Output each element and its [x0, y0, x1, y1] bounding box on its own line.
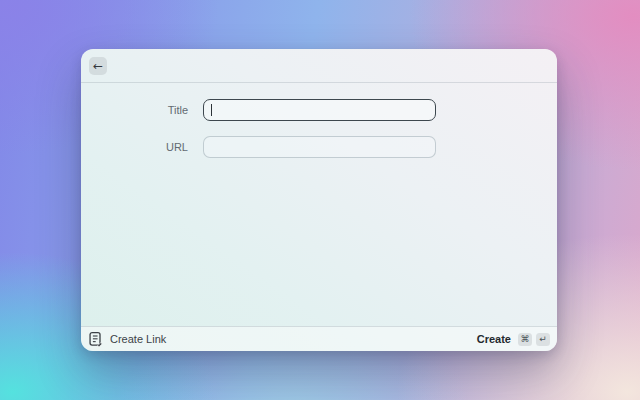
create-button[interactable]: Create ⌘ ↵ — [477, 333, 550, 346]
window-header: ← — [81, 49, 557, 83]
url-field-row: URL — [81, 136, 557, 158]
command-key-icon: ⌘ — [518, 333, 532, 346]
form-area: Title URL — [81, 83, 557, 326]
title-input[interactable] — [203, 99, 436, 121]
footer-command-info: Create Link — [88, 331, 166, 347]
create-link-window: ← Title URL Create Link Create — [81, 49, 557, 351]
title-field-row: Title — [81, 99, 557, 121]
return-key-icon: ↵ — [536, 333, 550, 346]
back-arrow-icon: ← — [93, 60, 103, 72]
create-link-list-pencil-icon — [88, 331, 103, 347]
url-label: URL — [81, 141, 188, 153]
text-caret — [211, 104, 212, 116]
command-name-label: Create Link — [110, 333, 166, 345]
window-footer: Create Link Create ⌘ ↵ — [81, 326, 557, 351]
back-button[interactable]: ← — [89, 57, 107, 75]
url-input[interactable] — [203, 136, 436, 158]
title-label: Title — [81, 104, 188, 116]
create-button-label: Create — [477, 333, 511, 345]
